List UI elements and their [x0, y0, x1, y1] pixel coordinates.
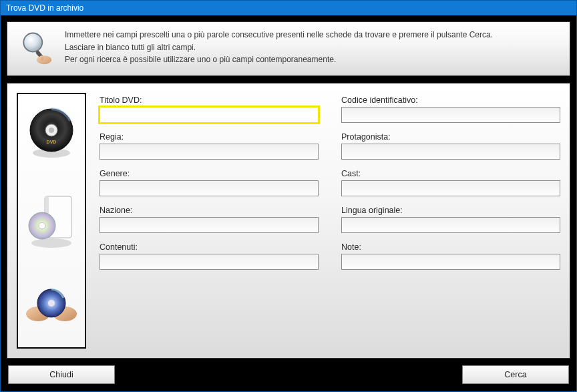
input-titolo[interactable] — [98, 106, 320, 124]
cerca-button[interactable]: Cerca — [462, 365, 569, 384]
input-note[interactable] — [341, 254, 560, 270]
label-regia: Regia: — [100, 132, 319, 142]
dvd-disc-icon: DVD — [25, 104, 78, 164]
titlebar[interactable]: Trova DVD in archivio — [1, 1, 576, 15]
dvd-case-icon — [25, 191, 78, 251]
instructions-text: Immettere nei campi prescelti una o più … — [65, 29, 493, 66]
chiudi-button[interactable]: Chiudi — [8, 365, 115, 384]
field-lingua: Lingua originale: — [341, 206, 560, 233]
button-row: Chiudi Cerca — [7, 365, 570, 385]
instructions-panel: Immettere nei campi prescelti una o più … — [7, 21, 570, 76]
input-cast[interactable] — [341, 180, 560, 196]
input-contenuti[interactable] — [100, 254, 319, 270]
svg-point-2 — [37, 55, 51, 64]
input-protagonista[interactable] — [341, 144, 560, 160]
svg-point-9 — [31, 238, 71, 248]
input-lingua[interactable] — [341, 217, 560, 233]
svg-point-3 — [40, 55, 44, 60]
label-lingua: Lingua originale: — [341, 206, 560, 215]
label-titolo: Titolo DVD: — [100, 95, 319, 105]
window-title: Trova DVD in archivio — [6, 3, 83, 13]
form-grid: Titolo DVD: Codice identificativo: Regia… — [100, 93, 560, 349]
form-panel: DVD — [7, 83, 570, 359]
hand-disc-icon — [25, 278, 78, 338]
input-codice[interactable] — [341, 107, 560, 123]
svg-point-0 — [23, 33, 42, 52]
magnifier-icon — [17, 29, 54, 66]
instruction-line-3: Per ogni ricerca è possibile utilizzare … — [65, 53, 493, 66]
field-genere: Genere: — [100, 169, 319, 196]
instruction-line-2: Lasciare in bianco tutti gli altri campi… — [65, 41, 493, 54]
label-protagonista: Protagonista: — [341, 132, 560, 142]
instruction-line-1: Immettere nei campi prescelti una o più … — [65, 29, 493, 41]
label-genere: Genere: — [100, 169, 319, 178]
label-nazione: Nazione: — [100, 206, 319, 215]
label-codice: Codice identificativo: — [341, 95, 560, 105]
field-contenuti: Contenuti: — [100, 242, 319, 270]
input-nazione[interactable] — [100, 217, 319, 233]
label-note: Note: — [341, 242, 560, 252]
field-regia: Regia: — [100, 132, 319, 160]
label-cast: Cast: — [341, 169, 560, 178]
field-protagonista: Protagonista: — [341, 132, 560, 160]
field-codice: Codice identificativo: — [341, 95, 560, 123]
label-contenuti: Contenuti: — [100, 242, 319, 252]
field-note: Note: — [341, 242, 560, 270]
field-nazione: Nazione: — [100, 206, 319, 233]
field-cast: Cast: — [341, 169, 560, 196]
client-area: Immettere nei campi prescelti una o più … — [1, 15, 576, 391]
sidebar-images: DVD — [17, 93, 86, 349]
svg-point-7 — [49, 128, 54, 133]
input-regia[interactable] — [100, 144, 319, 160]
search-dvd-window: Trova DVD in archivio — [0, 0, 577, 392]
field-titolo: Titolo DVD: — [100, 95, 319, 123]
input-genere[interactable] — [100, 180, 319, 196]
svg-point-17 — [48, 300, 55, 307]
svg-text:DVD: DVD — [47, 140, 57, 144]
svg-point-13 — [39, 222, 45, 229]
